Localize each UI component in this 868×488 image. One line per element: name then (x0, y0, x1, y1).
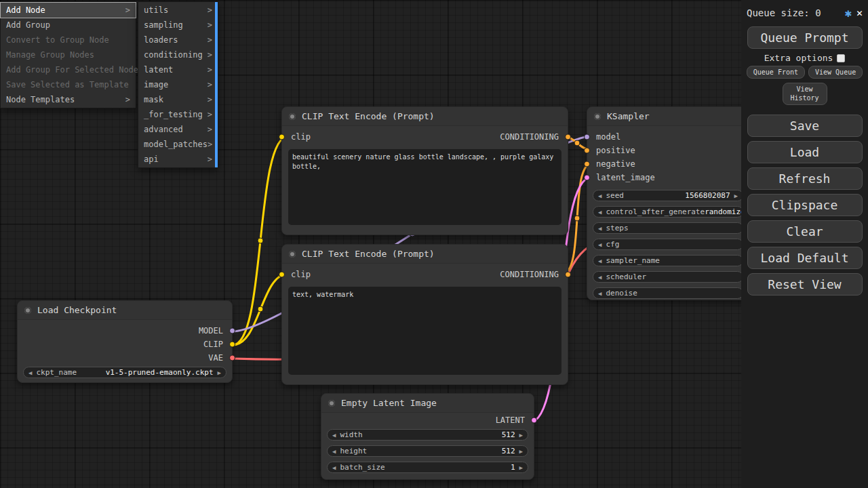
widget-control-after-generate[interactable]: ◀ control_after_generate randomize ▶ (593, 206, 743, 218)
node-titlebar[interactable]: Empty Latent Image (321, 394, 534, 413)
load-button[interactable]: Load (747, 141, 863, 163)
positive-input-dot[interactable] (584, 148, 590, 154)
clear-button[interactable]: Clear (747, 220, 863, 243)
node-load-checkpoint[interactable]: Load Checkpoint MODEL CLIP VAE ◀ ckpt_na… (17, 300, 233, 383)
widget-right-arrow-icon[interactable]: ▶ (519, 464, 523, 471)
widget-denoise[interactable]: ◀ denoise (593, 287, 743, 299)
clipspace-button[interactable]: Clipspace (747, 194, 863, 216)
node-titlebar[interactable]: Load Checkpoint (18, 301, 232, 320)
submenu-item-image[interactable]: image > (138, 77, 218, 92)
widget-left-arrow-icon[interactable]: ◀ (332, 448, 336, 455)
menu-item-add-group-for-selected: Add Group For Selected Nodes (1, 62, 136, 77)
model-output-dot[interactable] (229, 328, 235, 334)
wire-clip-to-prompt2 (233, 274, 288, 345)
widget-height[interactable]: ◀ height 512 ▶ (327, 445, 528, 457)
node-empty-latent-image[interactable]: Empty Latent Image LATENT ◀ width 512 ▶ … (321, 393, 534, 480)
clip-input-dot[interactable] (279, 134, 285, 140)
widget-right-arrow-icon[interactable]: ▶ (218, 369, 221, 376)
node-clip-text-encode-1[interactable]: CLIP Text Encode (Prompt) clip CONDITION… (281, 106, 568, 235)
menu-item-add-group[interactable]: Add Group (1, 18, 136, 33)
input-slot-latent-image: latent_image (596, 171, 655, 184)
load-default-button[interactable]: Load Default (747, 247, 863, 269)
widget-batch-size[interactable]: ◀ batch_size 1 ▶ (327, 462, 528, 473)
submenu-item-api[interactable]: api > (138, 152, 218, 167)
extra-options-label: Extra options (764, 53, 833, 63)
collapse-dot[interactable] (328, 400, 335, 407)
collapse-dot[interactable] (594, 113, 601, 120)
node-clip-text-encode-2[interactable]: CLIP Text Encode (Prompt) clip CONDITION… (281, 244, 568, 385)
widget-right-arrow-icon[interactable]: ▶ (519, 432, 523, 439)
collapse-dot[interactable] (24, 307, 31, 314)
latent-image-input-dot[interactable] (584, 175, 590, 181)
submenu-item-mask[interactable]: mask > (138, 92, 218, 107)
widget-left-arrow-icon[interactable]: ◀ (598, 241, 601, 248)
widget-left-arrow-icon[interactable]: ◀ (598, 258, 601, 264)
widget-left-arrow-icon[interactable]: ◀ (598, 209, 601, 216)
node-titlebar[interactable]: CLIP Text Encode (Prompt) (282, 245, 568, 264)
clip-input-dot[interactable] (279, 272, 285, 278)
submenu-item-sampling[interactable]: sampling > (138, 18, 218, 33)
view-history-button[interactable]: View History (783, 83, 827, 105)
widget-ckpt-name[interactable]: ◀ ckpt_name v1-5-pruned-emaonly.ckpt ▶ (23, 367, 226, 378)
widget-left-arrow-icon[interactable]: ◀ (598, 274, 601, 281)
reset-view-button[interactable]: Reset View (747, 273, 863, 296)
conditioning-output-dot[interactable] (565, 272, 571, 278)
submenu-arrow-icon: > (208, 122, 212, 137)
widget-steps[interactable]: ◀ steps (593, 222, 743, 234)
queue-front-button[interactable]: Queue Front (747, 66, 805, 79)
submenu-item-model-patches[interactable]: model_patches > (138, 137, 218, 152)
submenu-item-for-testing[interactable]: _for_testing > (138, 107, 218, 122)
graph-canvas[interactable]: CLIP Text Encode (Prompt) clip CONDITION… (0, 0, 868, 488)
menu-item-add-node[interactable]: Add Node > (1, 3, 136, 18)
negative-input-dot[interactable] (584, 161, 590, 167)
input-slot-clip: clip (291, 268, 311, 281)
close-icon[interactable]: ✕ (856, 7, 863, 19)
widget-seed[interactable]: ◀ seed 1566802087 ▶ (593, 190, 743, 201)
node-titlebar[interactable]: CLIP Text Encode (Prompt) (282, 107, 568, 126)
submenu-scrollbar[interactable] (215, 2, 218, 167)
submenu-arrow-icon: > (208, 18, 212, 33)
widget-left-arrow-icon[interactable]: ◀ (28, 369, 32, 376)
negative-prompt-textarea[interactable]: text, watermark (288, 287, 561, 375)
menu-item-node-templates[interactable]: Node Templates > (1, 92, 136, 107)
collapse-dot[interactable] (289, 251, 296, 258)
widget-left-arrow-icon[interactable]: ◀ (332, 432, 336, 439)
node-ksampler[interactable]: KSampler model positive negative latent_… (587, 106, 749, 300)
save-button[interactable]: Save (747, 115, 863, 137)
widget-right-arrow-icon[interactable]: ▶ (734, 192, 738, 199)
conditioning-output-dot[interactable] (565, 134, 571, 140)
widget-sampler-name[interactable]: ◀ sampler_name (593, 255, 743, 266)
submenu-arrow-icon: > (208, 62, 212, 77)
submenu-arrow-icon: > (125, 3, 130, 18)
node-titlebar[interactable]: KSampler (587, 107, 749, 126)
submenu-item-advanced[interactable]: advanced > (138, 122, 218, 137)
widget-width[interactable]: ◀ width 512 ▶ (327, 429, 528, 441)
extra-options-checkbox[interactable] (837, 54, 845, 62)
submenu-item-utils[interactable]: utils > (138, 3, 218, 18)
node-title-text: KSampler (607, 111, 650, 121)
vae-output-dot[interactable] (229, 355, 235, 361)
submenu-item-latent[interactable]: latent > (138, 62, 218, 77)
queue-prompt-button[interactable]: Queue Prompt (747, 26, 863, 49)
widget-left-arrow-icon[interactable]: ◀ (332, 464, 336, 471)
refresh-button[interactable]: Refresh (747, 167, 863, 190)
prompt-textarea[interactable]: beautiful scenery nature glass bottle la… (288, 149, 561, 225)
clip-output-dot[interactable] (229, 342, 235, 348)
widget-scheduler[interactable]: ◀ scheduler (593, 271, 743, 283)
widget-left-arrow-icon[interactable]: ◀ (598, 192, 601, 199)
collapse-dot[interactable] (289, 113, 296, 120)
model-input-dot[interactable] (584, 134, 590, 140)
submenu-arrow-icon: > (208, 77, 212, 92)
widget-cfg[interactable]: ◀ cfg (593, 239, 743, 250)
widget-left-arrow-icon[interactable]: ◀ (598, 290, 601, 297)
view-queue-button[interactable]: View Queue (808, 66, 863, 79)
settings-gear-icon[interactable]: ✱ (845, 6, 852, 20)
input-slot-negative: negative (596, 157, 635, 171)
menu-item-manage-group-nodes: Manage Group Nodes (1, 47, 136, 62)
widget-right-arrow-icon[interactable]: ▶ (519, 448, 523, 455)
widget-left-arrow-icon[interactable]: ◀ (598, 225, 601, 232)
node-title-text: Load Checkpoint (37, 305, 117, 315)
submenu-item-loaders[interactable]: loaders > (138, 33, 218, 47)
submenu-item-conditioning[interactable]: conditioning > (138, 47, 218, 62)
latent-output-dot[interactable] (531, 418, 537, 424)
